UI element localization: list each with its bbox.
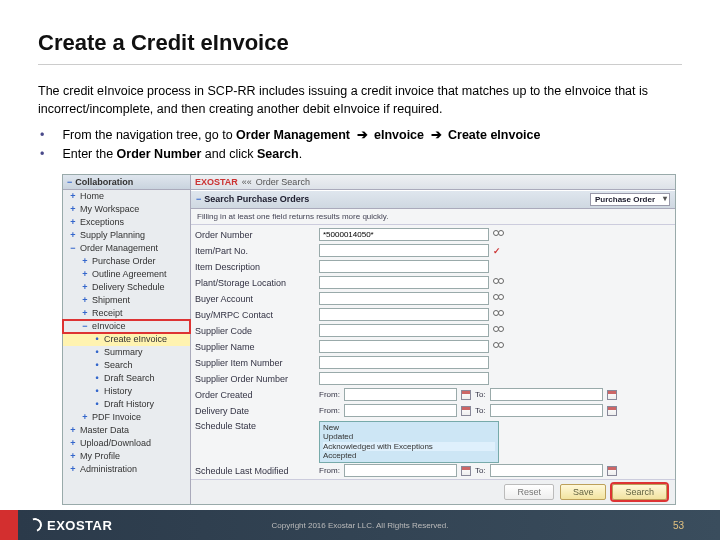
delivery-from-input[interactable] [344,404,457,417]
expand-icon[interactable]: + [81,256,89,266]
sidebar-item-order-management[interactable]: −Order Management [63,242,190,255]
lastmod-from-input[interactable] [344,464,457,477]
expand-icon[interactable]: + [69,425,77,435]
tab-order-search[interactable]: Order Search [256,177,310,187]
sidebar-item-label: Create eInvoice [104,334,167,344]
sidebar-item-draft-search[interactable]: •Draft Search [63,372,190,385]
expand-icon[interactable]: + [69,451,77,461]
sidebar-item-einvoice[interactable]: −eInvoice [63,320,190,333]
item-desc-input[interactable] [319,260,489,273]
supp-name-input[interactable] [319,340,489,353]
reset-button[interactable]: Reset [504,484,554,500]
state-option[interactable]: Accepted [323,451,495,461]
state-option[interactable]: Updated [323,432,495,442]
lookup-icon[interactable] [493,326,505,336]
sidebar-item-my-workspace[interactable]: +My Workspace [63,203,190,216]
order-number-input[interactable] [319,228,489,241]
bullet-icon[interactable]: • [93,347,101,357]
expand-icon[interactable]: + [69,230,77,240]
lookup-icon[interactable] [493,342,505,352]
delivery-to-input[interactable] [490,404,603,417]
search-button[interactable]: Search [612,484,667,500]
expand-icon[interactable]: + [69,204,77,214]
buyer-input[interactable] [319,292,489,305]
save-button[interactable]: Save [560,484,607,500]
created-from-input[interactable] [344,388,457,401]
collapse-icon[interactable]: − [69,243,77,253]
lookup-icon[interactable] [493,310,505,320]
supp-order-input[interactable] [319,372,489,385]
sidebar-item-master-data[interactable]: +Master Data [63,424,190,437]
bullet-icon[interactable]: • [93,360,101,370]
logo-swish-icon [26,516,45,535]
sidebar-item-supply-planning[interactable]: +Supply Planning [63,229,190,242]
calendar-icon[interactable] [607,390,617,400]
plant-input[interactable] [319,276,489,289]
order-type-select[interactable]: Purchase Order [590,193,670,206]
sidebar-item-delivery-schedule[interactable]: +Delivery Schedule [63,281,190,294]
sidebar-item-pdf-invoice[interactable]: +PDF Invoice [63,411,190,424]
bullet-icon[interactable]: • [93,334,101,344]
supp-item-input[interactable] [319,356,489,369]
item-part-input[interactable] [319,244,489,257]
lookup-icon[interactable] [493,230,505,240]
sidebar-item-label: Order Management [80,243,158,253]
state-option[interactable]: New [323,423,495,433]
calendar-icon[interactable] [461,390,471,400]
sidebar-item-history[interactable]: •History [63,385,190,398]
sidebar-item-my-profile[interactable]: +My Profile [63,450,190,463]
expand-icon[interactable]: + [69,464,77,474]
sidebar-item-upload-download[interactable]: +Upload/Download [63,437,190,450]
sidebar-item-draft-history[interactable]: •Draft History [63,398,190,411]
sidebar-item-label: Administration [80,464,137,474]
lookup-icon[interactable] [493,294,505,304]
label-supp-code: Supplier Code [195,326,315,336]
calendar-icon[interactable] [461,466,471,476]
lastmod-to-input[interactable] [490,464,603,477]
sidebar-item-receipt[interactable]: +Receipt [63,307,190,320]
supp-code-input[interactable] [319,324,489,337]
sidebar-item-label: My Workspace [80,204,139,214]
expand-icon[interactable]: + [81,282,89,292]
sidebar-item-purchase-order[interactable]: +Purchase Order [63,255,190,268]
bullet-icon[interactable]: • [93,373,101,383]
sidebar-item-home[interactable]: +Home [63,190,190,203]
footer-logo: EXOSTAR [0,518,112,533]
sidebar-item-administration[interactable]: +Administration [63,463,190,476]
label-contact: Buy/MRPC Contact [195,310,315,320]
sidebar-item-search[interactable]: •Search [63,359,190,372]
expand-icon[interactable]: + [81,269,89,279]
expand-icon[interactable]: + [81,412,89,422]
bullet-icon[interactable]: • [93,399,101,409]
lookup-icon[interactable] [493,278,505,288]
calendar-icon[interactable] [607,406,617,416]
bullet-1: From the navigation tree, go to Order Ma… [38,126,682,145]
nav-header[interactable]: − Collaboration [63,175,190,190]
back-icon[interactable]: «« [242,177,252,187]
sidebar-item-summary[interactable]: •Summary [63,346,190,359]
contact-input[interactable] [319,308,489,321]
validate-icon[interactable]: ✓ [493,246,501,256]
calendar-icon[interactable] [461,406,471,416]
expand-icon[interactable]: + [69,438,77,448]
schedule-state-select[interactable]: NewUpdatedAcknowledged with ExceptionsAc… [319,421,499,463]
sidebar-item-label: Master Data [80,425,129,435]
sidebar-item-outline-agreement[interactable]: +Outline Agreement [63,268,190,281]
sidebar-item-exceptions[interactable]: +Exceptions [63,216,190,229]
created-to-input[interactable] [490,388,603,401]
calendar-icon[interactable] [607,466,617,476]
sidebar-item-label: Supply Planning [80,230,145,240]
collapse-icon: − [67,177,72,187]
expand-icon[interactable]: + [81,308,89,318]
sidebar-item-label: Exceptions [80,217,124,227]
expand-icon[interactable]: + [81,295,89,305]
expand-icon[interactable]: + [69,217,77,227]
expand-icon[interactable]: + [69,191,77,201]
state-option[interactable]: Acknowledged with Exceptions [323,442,495,452]
sidebar-item-shipment[interactable]: +Shipment [63,294,190,307]
sidebar-item-label: Draft Search [104,373,155,383]
bullet-icon[interactable]: • [93,386,101,396]
label-buyer: Buyer Account [195,294,315,304]
sidebar-item-create-einvoice[interactable]: •Create eInvoice [63,333,190,346]
collapse-icon[interactable]: − [81,321,89,331]
